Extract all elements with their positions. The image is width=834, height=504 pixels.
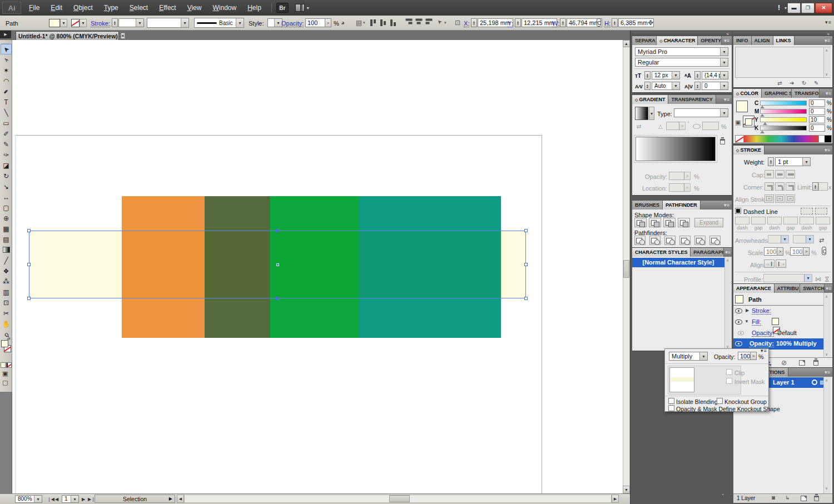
eyedropper-tool[interactable]: ╱ [1, 255, 12, 266]
reverse-gradient-icon[interactable]: ⇄ [637, 123, 641, 129]
eraser-tool[interactable]: ◪ [1, 160, 12, 171]
control-panel-menu-icon[interactable] [825, 19, 832, 25]
blend-mode-dropdown[interactable]: Multiply [669, 352, 708, 361]
artboard-number-dropdown[interactable]: 1 [62, 495, 79, 503]
pen-tool[interactable]: ✒ [1, 86, 12, 97]
scale-start-spinner[interactable] [777, 247, 783, 256]
align-left-icon[interactable] [370, 19, 379, 26]
pencil-tool[interactable]: ✎ [1, 139, 12, 149]
minus-front-icon[interactable] [649, 218, 661, 227]
arrow-tip-inside-icon[interactable]: ❙→ [776, 260, 786, 268]
miter-join-icon[interactable] [765, 182, 774, 191]
hscroll-left-icon[interactable]: ◀ [177, 495, 184, 503]
line-segment-tool[interactable]: ╲ [1, 107, 12, 118]
status-tool-indicator[interactable]: Selection ▶ [95, 495, 175, 503]
gradient-swatch[interactable] [635, 107, 648, 120]
links-scroll-up-icon[interactable]: ∧ [825, 48, 828, 53]
layers-scroll-down-icon[interactable]: ∨ [825, 486, 828, 491]
appearance-fill-link[interactable]: Fill: [752, 318, 761, 326]
appearance-scrollbar[interactable] [823, 293, 831, 358]
tab-pathfinder[interactable]: PATHFINDER [663, 201, 701, 209]
width-profile-dropdown[interactable] [147, 18, 189, 28]
invert-mask-checkbox[interactable] [726, 378, 732, 384]
gradient-delete-stop-icon[interactable] [720, 139, 725, 144]
dock-overflow-icon[interactable]: ⌄ [721, 491, 725, 496]
scale-bounds-icon[interactable]: ✥ [648, 19, 653, 27]
layers-scrollbar[interactable] [823, 377, 831, 493]
alert-icon[interactable]: ! [778, 4, 780, 12]
tab-transform[interactable]: TRANSFOR [792, 89, 820, 98]
scale-start-field[interactable]: 100 [764, 247, 777, 256]
gradient-opacity-field[interactable] [669, 172, 684, 180]
round-cap-icon[interactable] [775, 170, 785, 178]
channel-pointer-Y[interactable] [763, 122, 767, 125]
x-link[interactable]: X: [464, 20, 469, 27]
tab-graphic-styles[interactable]: GRAPHIC S [762, 89, 792, 98]
tab-gradient[interactable]: ◇GRADIENT [632, 95, 668, 104]
color-fill-proxy[interactable] [736, 101, 748, 112]
font-family-dropdown[interactable]: Myriad Pro [635, 47, 728, 56]
dash-field-5[interactable] [816, 217, 830, 224]
character-panel-menu-icon[interactable] [722, 36, 732, 45]
menu-file[interactable]: File [23, 2, 45, 14]
limit-stepper[interactable] [812, 182, 818, 191]
gradient-aspect-field[interactable] [702, 122, 719, 130]
weight-stepper[interactable] [768, 157, 774, 166]
channel-value-K[interactable]: 0 [809, 124, 825, 132]
tab-color[interactable]: ◇COLOR [733, 89, 762, 98]
round-join-icon[interactable] [775, 182, 785, 191]
tab-links[interactable]: LINKS [773, 36, 795, 45]
channel-value-Y[interactable]: 10 [809, 116, 825, 123]
dash-field-2[interactable] [767, 217, 782, 224]
document-close-icon[interactable]: ✕ [121, 33, 125, 39]
unite-icon[interactable] [634, 218, 647, 227]
vscroll-thumb[interactable] [623, 260, 629, 278]
bevel-join-icon[interactable] [786, 182, 795, 191]
profile-dropdown[interactable] [763, 274, 812, 282]
drawing-mode-icon[interactable]: ▣ [2, 370, 8, 377]
dash-field-1[interactable] [751, 217, 766, 224]
appearance-panel-menu-icon[interactable] [825, 284, 832, 293]
next-artboard-icon[interactable]: ▶ [82, 497, 85, 502]
relink-icon[interactable]: ⇄ [777, 80, 782, 86]
char-styles-panel-menu-icon[interactable] [724, 248, 732, 257]
fill-color-swatch[interactable] [49, 19, 60, 27]
slice-tool[interactable]: ✂ [1, 308, 12, 318]
w-stepper[interactable] [560, 18, 566, 27]
scale-end-field[interactable]: 100 [790, 247, 803, 256]
channel-slider-M[interactable] [760, 109, 807, 114]
font-size-dropdown[interactable]: 12 px [652, 71, 680, 79]
rotate-tool[interactable]: ↻ [1, 171, 12, 181]
vscroll-down-icon[interactable]: ▼ [623, 486, 630, 493]
links-scroll-down-icon[interactable]: ∨ [825, 72, 828, 77]
update-link-icon[interactable]: ↻ [802, 80, 806, 86]
dash-field-0[interactable] [735, 217, 749, 224]
tab-paragraph-styles[interactable]: PARAGRAPH [691, 248, 724, 257]
align-right-icon[interactable] [390, 19, 399, 26]
char-style-item-selected[interactable]: [Normal Character Style] [632, 258, 724, 267]
layers-panel-menu-icon[interactable] [822, 368, 832, 377]
shape-builder-tool[interactable]: ⊕ [1, 213, 12, 223]
recolor-artwork-icon[interactable]: ◕ [341, 19, 345, 27]
spectrum-gradient[interactable] [744, 136, 818, 142]
stroke-dropdown-icon[interactable] [80, 19, 87, 27]
channel-value-C[interactable]: 0 [809, 99, 825, 107]
gradient-slider[interactable] [636, 137, 716, 161]
zoom-level-dropdown[interactable]: 800% [15, 495, 42, 503]
expand-button[interactable]: Expand [694, 218, 723, 227]
perspective-grid-tool[interactable]: ▦ [1, 223, 12, 234]
fill-opacity-eye-icon[interactable] [738, 331, 744, 336]
stroke-visibility-eye-icon[interactable] [735, 308, 742, 313]
alert-caret-icon[interactable]: ▾ [785, 6, 787, 11]
tab-align[interactable]: ALIGN [752, 36, 773, 45]
arrowhead-end-dropdown[interactable] [793, 235, 814, 243]
width-tool[interactable]: ↔ [1, 192, 12, 202]
brush-definition-dropdown[interactable]: Basic [194, 18, 244, 28]
tab-opentype[interactable]: OPENTY [698, 36, 722, 45]
close-button[interactable]: ✕ [815, 3, 832, 13]
appearance-scroll-down-icon[interactable]: ∨ [825, 352, 828, 357]
stroke-weight-stepper[interactable] [112, 18, 118, 27]
popup-opacity-field[interactable]: 100 [738, 352, 751, 360]
links-list[interactable] [735, 47, 831, 78]
tab-separations[interactable]: SEPARA [632, 36, 657, 45]
